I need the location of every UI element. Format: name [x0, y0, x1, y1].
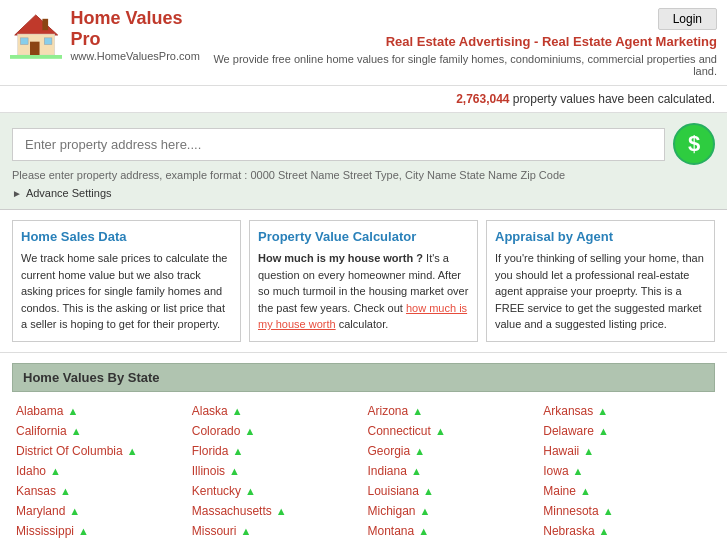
state-trend-icon: ▲	[420, 505, 431, 517]
state-name: Massachusetts	[192, 504, 272, 518]
login-button[interactable]: Login	[658, 8, 717, 30]
state-name: Kentucky	[192, 484, 241, 498]
state-item[interactable]: Arizona▲	[364, 402, 540, 420]
state-trend-icon: ▲	[603, 505, 614, 517]
state-item[interactable]: Montana▲	[364, 522, 540, 540]
state-item[interactable]: Delaware▲	[539, 422, 715, 440]
state-trend-icon: ▲	[573, 465, 584, 477]
state-name: Delaware	[543, 424, 594, 438]
state-item[interactable]: Missouri▲	[188, 522, 364, 540]
state-item[interactable]: New Mexico▲	[539, 542, 715, 546]
states-header: Home Values By State	[12, 363, 715, 392]
advance-arrow-icon: ►	[12, 188, 22, 199]
state-name: Colorado	[192, 424, 241, 438]
info-box-calculator-title: Property Value Calculator	[258, 229, 469, 244]
state-trend-icon: ▲	[232, 445, 243, 457]
state-trend-icon: ▲	[67, 405, 78, 417]
state-item[interactable]: Louisiana▲	[364, 482, 540, 500]
state-item[interactable]: Maine▲	[539, 482, 715, 500]
state-name: Michigan	[368, 504, 416, 518]
tagline-headline: Real Estate Advertising - Real Estate Ag…	[386, 34, 717, 49]
svg-rect-6	[10, 55, 62, 59]
logo-house-icon	[10, 10, 62, 60]
info-box-calculator: Property Value Calculator How much is my…	[249, 220, 478, 342]
search-button[interactable]: $	[673, 123, 715, 165]
state-name: Nebraska	[543, 524, 594, 538]
advance-settings-label: Advance Settings	[26, 187, 112, 199]
info-box-appraisal-title: Appraisal by Agent	[495, 229, 706, 244]
search-input[interactable]	[12, 128, 665, 161]
state-name: California	[16, 424, 67, 438]
tagline-subtext: We provide free online home values for s…	[211, 53, 717, 77]
info-box-home-sales: Home Sales Data We track home sale price…	[12, 220, 241, 342]
state-item[interactable]: Arkansas▲	[539, 402, 715, 420]
state-item[interactable]: California▲	[12, 422, 188, 440]
state-trend-icon: ▲	[418, 525, 429, 537]
state-trend-icon: ▲	[240, 525, 251, 537]
state-trend-icon: ▲	[411, 465, 422, 477]
state-name: Louisiana	[368, 484, 419, 498]
state-name: District Of Columbia	[16, 444, 123, 458]
states-section: Home Values By State Alabama▲Alaska▲Ariz…	[0, 353, 727, 546]
state-trend-icon: ▲	[78, 525, 89, 537]
state-item[interactable]: Minnesota▲	[539, 502, 715, 520]
state-item[interactable]: Indiana▲	[364, 462, 540, 480]
state-item[interactable]: Alabama▲	[12, 402, 188, 420]
svg-marker-0	[15, 15, 58, 35]
state-item[interactable]: New Hampshire▲	[188, 542, 364, 546]
advance-settings-toggle[interactable]: ► Advance Settings	[12, 187, 715, 199]
search-hint: Please enter property address, example f…	[12, 169, 715, 181]
state-item[interactable]: Illinois▲	[188, 462, 364, 480]
svg-rect-5	[44, 38, 52, 45]
state-item[interactable]: Nebraska▲	[539, 522, 715, 540]
state-item[interactable]: Colorado▲	[188, 422, 364, 440]
state-name: Maine	[543, 484, 576, 498]
info-box-appraisal-text: If you're thinking of selling your home,…	[495, 250, 706, 333]
state-trend-icon: ▲	[599, 525, 610, 537]
info-box-home-sales-text: We track home sale prices to calculate t…	[21, 250, 232, 333]
logo-text: Home Values Pro www.HomeValuesPro.com	[70, 8, 210, 62]
state-name: Alaska	[192, 404, 228, 418]
state-item[interactable]: Massachusetts▲	[188, 502, 364, 520]
state-item[interactable]: Maryland▲	[12, 502, 188, 520]
state-trend-icon: ▲	[597, 405, 608, 417]
state-name: Florida	[192, 444, 229, 458]
state-item[interactable]: Kansas▲	[12, 482, 188, 500]
state-item[interactable]: Nevada▲	[12, 542, 188, 546]
search-row: $	[12, 123, 715, 165]
state-trend-icon: ▲	[244, 425, 255, 437]
logo-area: Home Values Pro www.HomeValuesPro.com	[10, 8, 211, 62]
state-trend-icon: ▲	[580, 485, 591, 497]
state-trend-icon: ▲	[435, 425, 446, 437]
state-item[interactable]: Mississippi▲	[12, 522, 188, 540]
info-box-home-sales-title: Home Sales Data	[21, 229, 232, 244]
state-trend-icon: ▲	[232, 405, 243, 417]
state-item[interactable]: New Jersey▲	[364, 542, 540, 546]
state-item[interactable]: Iowa▲	[539, 462, 715, 480]
state-item[interactable]: Michigan▲	[364, 502, 540, 520]
state-name: Mississippi	[16, 524, 74, 538]
state-item[interactable]: Alaska▲	[188, 402, 364, 420]
state-item[interactable]: Florida▲	[188, 442, 364, 460]
state-trend-icon: ▲	[69, 505, 80, 517]
state-name: Indiana	[368, 464, 407, 478]
calculator-link[interactable]: how much is my house worth	[258, 302, 467, 331]
site-title: Home Values Pro	[70, 8, 210, 50]
state-name: Arkansas	[543, 404, 593, 418]
state-trend-icon: ▲	[412, 405, 423, 417]
calculator-question: How much is my house worth ?	[258, 252, 423, 264]
svg-rect-3	[30, 42, 40, 55]
state-name: Hawaii	[543, 444, 579, 458]
state-item[interactable]: Hawaii▲	[539, 442, 715, 460]
state-item[interactable]: Idaho▲	[12, 462, 188, 480]
state-item[interactable]: Connecticut▲	[364, 422, 540, 440]
info-box-appraisal: Appraisal by Agent If you're thinking of…	[486, 220, 715, 342]
page-header: Home Values Pro www.HomeValuesPro.com Lo…	[0, 0, 727, 86]
stats-count: 2,763,044	[456, 92, 509, 106]
info-box-calculator-text: How much is my house worth ? It's a ques…	[258, 250, 469, 333]
state-item[interactable]: District Of Columbia▲	[12, 442, 188, 460]
state-trend-icon: ▲	[414, 445, 425, 457]
state-item[interactable]: Kentucky▲	[188, 482, 364, 500]
state-item[interactable]: Georgia▲	[364, 442, 540, 460]
search-area: $ Please enter property address, example…	[0, 113, 727, 210]
